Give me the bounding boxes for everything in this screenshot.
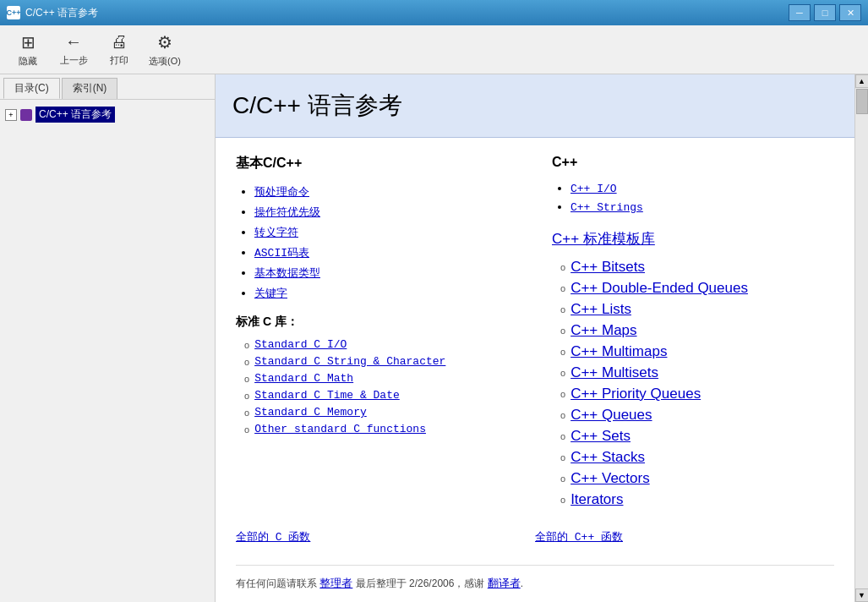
link-bitsets[interactable]: C++ Bitsets: [570, 259, 645, 276]
link-stacks[interactable]: C++ Stacks: [570, 449, 645, 466]
toolbar: ⊞ 隐藏 ← 上一步 🖨 打印 ⚙ 选项(O): [0, 25, 868, 74]
app-icon: C++: [7, 6, 20, 19]
title-bar: C++ C/C++ 语言参考 ─ □ ✕: [0, 0, 868, 25]
list-item: C++ Multisets: [560, 364, 834, 381]
scroll-up-button[interactable]: ▲: [855, 74, 869, 88]
content-body: 基本C/C++ 预处理命令 操作符优先级 转义字符 ASCII码表 基本数据类型…: [216, 138, 854, 602]
hide-button[interactable]: ⊞ 隐藏: [7, 28, 49, 72]
list-item: C++ Vectors: [560, 470, 834, 487]
tree-item: + C/C++ 语言参考: [5, 105, 210, 124]
list-item: C++ Stacks: [560, 449, 834, 466]
tree-area: + C/C++ 语言参考: [0, 100, 215, 602]
close-button[interactable]: ✕: [839, 4, 861, 21]
footer-bar: 有任何问题请联系 整理者 最后整理于 2/26/2006，感谢 翻译者.: [236, 565, 834, 591]
tabs-bar: 目录(C) 索引(N): [0, 74, 215, 100]
list-item: C++ Queues: [560, 407, 834, 424]
link-c-time[interactable]: Standard C Time & Date: [254, 389, 400, 402]
list-item: 操作符优先级: [254, 205, 518, 220]
all-c-funcs-link[interactable]: 全部的 C 函数: [236, 531, 310, 544]
link-multisets[interactable]: C++ Multisets: [570, 364, 658, 381]
minimize-button[interactable]: ─: [789, 4, 811, 21]
list-item: 基本数据类型: [254, 265, 518, 281]
list-item: 预处理命令: [254, 184, 518, 200]
hide-icon: ⊞: [21, 32, 35, 52]
all-funcs-row: 全部的 C 函数 全部的 C++ 函数: [236, 529, 834, 545]
scroll-track[interactable]: [855, 88, 869, 588]
print-button[interactable]: 🖨 打印: [98, 28, 140, 72]
list-item: Iterators: [560, 491, 834, 508]
footer-translator-link[interactable]: 翻译者: [488, 577, 521, 589]
link-multimaps[interactable]: C++ Multimaps: [570, 343, 667, 360]
stl-links-list: C++ Bitsets C++ Double-Ended Queues C++ …: [552, 259, 834, 508]
stdlib-section: 标准 C 库： Standard C I/O Standard C String…: [236, 315, 518, 435]
link-operators[interactable]: 操作符优先级: [254, 206, 320, 219]
link-deques[interactable]: C++ Double-Ended Queues: [570, 280, 748, 297]
link-lists[interactable]: C++ Lists: [570, 301, 631, 318]
link-sets[interactable]: C++ Sets: [570, 428, 631, 445]
list-item: Standard C I/O: [244, 338, 518, 351]
tab-index[interactable]: 索引(N): [62, 78, 118, 99]
list-item: C++ I/O: [570, 182, 834, 195]
title-bar-left: C++ C/C++ 语言参考: [7, 6, 98, 20]
scroll-thumb[interactable]: [856, 89, 868, 114]
left-panel: 目录(C) 索引(N) + C/C++ 语言参考: [0, 74, 216, 602]
link-priority-queues[interactable]: C++ Priority Queues: [570, 386, 701, 402]
back-icon: ←: [65, 32, 82, 52]
tree-label[interactable]: C/C++ 语言参考: [35, 107, 115, 123]
col-left: 基本C/C++ 预处理命令 操作符优先级 转义字符 ASCII码表 基本数据类型…: [236, 155, 535, 512]
link-c-string[interactable]: Standard C String & Character: [254, 355, 445, 368]
footer-admin-link[interactable]: 整理者: [319, 577, 352, 589]
print-icon: 🖨: [111, 32, 128, 52]
options-label: 选项(O): [149, 55, 181, 68]
cpp-links-list: C++ I/O C++ Strings: [552, 182, 834, 214]
footer-end: .: [521, 577, 523, 589]
link-cpp-io[interactable]: C++ I/O: [570, 183, 617, 195]
link-c-math[interactable]: Standard C Math: [254, 372, 353, 385]
link-maps[interactable]: C++ Maps: [570, 322, 636, 339]
tree-node-icon: [20, 109, 32, 121]
list-item: 关键字: [254, 286, 518, 301]
options-icon: ⚙: [157, 32, 172, 52]
all-cpp-funcs-col: 全部的 C++ 函数: [535, 529, 834, 545]
link-cpp-strings[interactable]: C++ Strings: [570, 201, 643, 214]
link-vectors[interactable]: C++ Vectors: [570, 470, 650, 487]
back-button[interactable]: ← 上一步: [52, 28, 95, 72]
link-datatypes[interactable]: 基本数据类型: [254, 267, 320, 280]
list-item: C++ Maps: [560, 322, 834, 339]
options-button[interactable]: ⚙ 选项(O): [144, 28, 186, 72]
link-escape[interactable]: 转义字符: [254, 227, 298, 239]
window-title: C/C++ 语言参考: [25, 6, 98, 20]
stl-section: C++ 标准模板库 C++ Bitsets C++ Double-Ended Q…: [552, 229, 834, 508]
footer-mid: 最后整理于 2/26/2006，感谢: [352, 577, 487, 589]
two-col-layout: 基本C/C++ 预处理命令 操作符优先级 转义字符 ASCII码表 基本数据类型…: [236, 155, 834, 512]
maximize-button[interactable]: □: [814, 4, 836, 21]
stl-heading-wrap: C++ 标准模板库: [552, 229, 834, 249]
list-item: C++ Bitsets: [560, 259, 834, 276]
col-right: C++ C++ I/O C++ Strings C++ 标准模板库 C++ Bi…: [535, 155, 834, 512]
list-item: ASCII码表: [254, 245, 518, 260]
stl-heading-link[interactable]: C++ 标准模板库: [552, 231, 655, 247]
tab-contents[interactable]: 目录(C): [3, 78, 60, 99]
left-heading: 基本C/C++: [236, 155, 518, 172]
page-title: C/C++ 语言参考: [232, 90, 838, 122]
all-cpp-funcs-link[interactable]: 全部的 C++ 函数: [535, 531, 623, 544]
stdlib-heading: 标准 C 库：: [236, 315, 518, 330]
scroll-down-button[interactable]: ▼: [855, 588, 869, 602]
link-c-other[interactable]: Other standard C functions: [254, 423, 426, 435]
list-item: Other standard C functions: [244, 423, 518, 435]
link-ascii[interactable]: ASCII码表: [254, 247, 309, 260]
link-keywords[interactable]: 关键字: [254, 287, 287, 300]
link-c-memory[interactable]: Standard C Memory: [254, 406, 367, 419]
link-queues[interactable]: C++ Queues: [570, 407, 652, 424]
stdlib-list: Standard C I/O Standard C String & Chara…: [236, 338, 518, 435]
list-item: Standard C Memory: [244, 406, 518, 419]
list-item: C++ Multimaps: [560, 343, 834, 360]
link-iterators[interactable]: Iterators: [570, 491, 623, 508]
tree-expander[interactable]: +: [5, 109, 17, 121]
link-c-io[interactable]: Standard C I/O: [254, 338, 347, 351]
app-container: C++ C/C++ 语言参考 ─ □ ✕ ⊞ 隐藏 ← 上一步 🖨 打印 ⚙ 选…: [0, 0, 868, 602]
hide-label: 隐藏: [19, 55, 37, 68]
list-item: Standard C Time & Date: [244, 389, 518, 402]
link-preprocessor[interactable]: 预处理命令: [254, 186, 309, 199]
list-item: C++ Double-Ended Queues: [560, 280, 834, 297]
